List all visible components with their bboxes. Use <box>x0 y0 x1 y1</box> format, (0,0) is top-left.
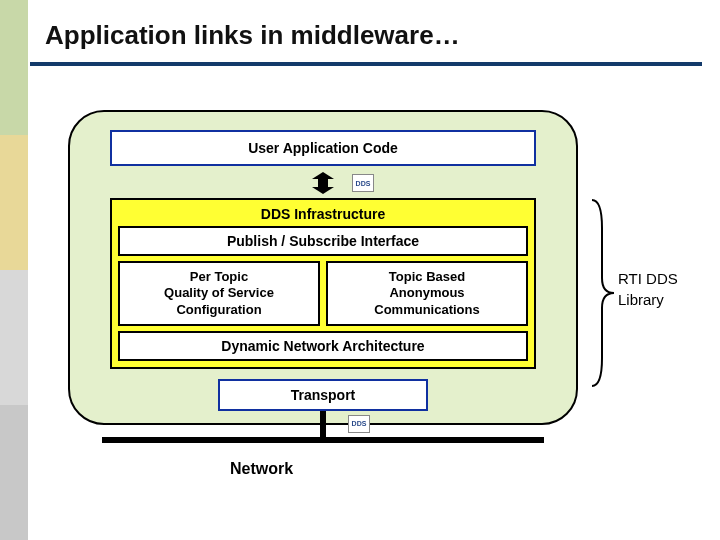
dynamic-network-box: Dynamic Network Architecture <box>118 331 528 361</box>
slide-title: Application links in middleware… <box>45 20 460 51</box>
user-application-code-box: User Application Code <box>110 130 536 166</box>
qos-config-box: Per Topic Quality of Service Configurati… <box>118 261 320 326</box>
publish-subscribe-box: Publish / Subscribe Interface <box>118 226 528 256</box>
transport-box: Transport <box>218 379 428 411</box>
topic-based-box: Topic Based Anonymous Communications <box>326 261 528 326</box>
middleware-diagram: User Application Code DDS DDS Infrastruc… <box>68 110 578 425</box>
title-underline <box>30 62 702 66</box>
curly-brace-icon <box>588 198 618 388</box>
network-bar <box>102 437 544 443</box>
network-connector-line: DDS <box>320 411 326 437</box>
left-color-stripe <box>0 0 28 540</box>
brace-label: RTI DDS Library <box>618 268 678 310</box>
network-label: Network <box>230 460 293 478</box>
brace-label-line2: Library <box>618 289 678 310</box>
dds-logo-icon: DDS <box>352 174 374 192</box>
brace-label-line1: RTI DDS <box>618 268 678 289</box>
bidirectional-arrow-icon: DDS <box>308 172 338 194</box>
dds-logo-icon: DDS <box>348 415 370 433</box>
dds-infrastructure-block: DDS Infrastructure Publish / Subscribe I… <box>110 198 536 369</box>
dds-infrastructure-title: DDS Infrastructure <box>118 204 528 226</box>
